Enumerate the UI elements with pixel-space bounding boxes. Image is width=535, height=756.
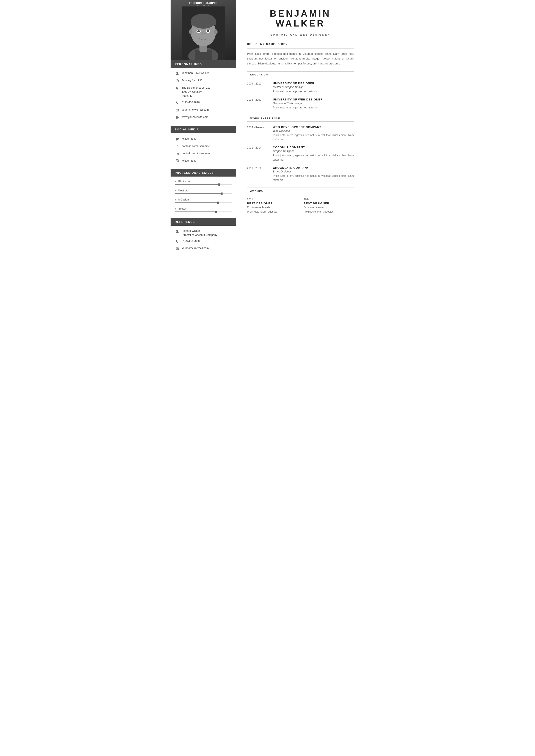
- work-header: WORK EXPERIENCE: [247, 115, 354, 122]
- greeting: HELLO. MY NAME IS BEN.: [247, 43, 354, 46]
- full-name: Jonathan Dave Walker: [182, 71, 209, 75]
- skill-plus-icon-3: +: [175, 198, 177, 201]
- phone-icon: [175, 100, 180, 105]
- name-divider: [294, 31, 307, 31]
- work-entry-1: 2014 - Present WEB DEVELOPMENT COMPANY W…: [247, 125, 354, 141]
- education-entry-1: 2009 - 2010 UNIVERSITY OF DESIGNER Maste…: [247, 82, 354, 94]
- instagram-icon: [175, 158, 180, 163]
- award-title-2: BEST DESIGNER: [304, 202, 354, 205]
- skill-indesign: + InDesign: [175, 198, 232, 203]
- skill-bar-illustrator: [175, 193, 232, 194]
- ref-title: Director at Coconut Company: [182, 233, 217, 236]
- website: www.yourwebsite.com: [182, 115, 209, 119]
- awards-header: AWARDS: [247, 188, 354, 194]
- svg-point-20: [177, 160, 178, 161]
- skill-photoshop: + Photoshop: [175, 180, 232, 185]
- ref-phone: 0123 456 7890: [182, 239, 200, 243]
- svg-point-22: [176, 230, 178, 231]
- work-desc-1: Proin justo lorem, egestas nec netus in,…: [273, 133, 354, 141]
- reference-header: REFERENCE: [171, 218, 236, 226]
- award-source-1: Ecommerce Awards: [247, 206, 297, 209]
- work-company-1: WEB DEVELOPMENT COMPANY: [273, 125, 354, 129]
- education-entry-2: 2008 - 2009 UNIVERSITY OF WEB DESIGNER B…: [247, 98, 354, 110]
- award-title-1: BEST DESIGNER: [247, 202, 297, 205]
- name-item: Jonathan Dave Walker: [175, 71, 232, 76]
- twitter-handle: @username: [182, 137, 196, 141]
- linkedin-url: portfolio.com/username: [182, 151, 210, 156]
- work-section: WORK EXPERIENCE 2014 - Present WEB DEVEL…: [247, 115, 354, 182]
- calendar-icon: [175, 78, 180, 83]
- skill-plus-icon-4: +: [175, 207, 177, 210]
- edu-institution-2: UNIVERSITY OF WEB DESIGNER: [273, 98, 354, 101]
- phone-item: 0123 456 7890: [175, 100, 232, 105]
- skill-name-photoshop: Photoshop: [178, 180, 191, 183]
- first-name: BENJAMIN: [247, 9, 354, 18]
- intro-section: HELLO. MY NAME IS BEN. Proin justo lorem…: [247, 43, 354, 66]
- main-content: BENJAMIN WALKER GRAPHIC AND WEB DESIGNER…: [236, 0, 365, 256]
- main-header: BENJAMIN WALKER GRAPHIC AND WEB DESIGNER: [247, 9, 354, 36]
- ref-email: yourname@email.com: [182, 246, 209, 250]
- work-company-3: CHOCOLATE COMPANY: [273, 166, 354, 170]
- edu-degree-2: Bachelor of Web Design: [273, 102, 354, 105]
- edu-years-1: 2009 - 2010: [247, 82, 273, 94]
- award-col-2: 2014 BEST DESIGNER Ecommerce Awards Proi…: [304, 198, 354, 214]
- svg-rect-6: [191, 21, 216, 25]
- job-title: GRAPHIC AND WEB DESIGNER: [247, 33, 354, 36]
- award-desc-1: Proin justo lorem, egestas: [247, 210, 297, 214]
- svg-point-18: [176, 152, 176, 153]
- birthday-item: January 1st 1993: [175, 78, 232, 83]
- reference-content: Richard Walker Director at Coconut Compa…: [171, 226, 236, 256]
- awards-section: AWARDS 2011 BEST DESIGNER Ecommerce Awar…: [247, 188, 354, 214]
- skills-header: PROFESSIONAL SKILLS: [171, 169, 236, 176]
- sidebar: FREEDOWNLOADPSD PRESENT: [171, 0, 236, 256]
- email: yourname@email.com: [182, 108, 209, 112]
- ref-name: Richard Walker: [182, 230, 200, 232]
- skill-name-illustrator: Illustrator: [178, 189, 189, 192]
- work-desc-2: Proin justo lorem, egestas nec netus in,…: [273, 153, 354, 162]
- skill-illustrator: + Illustrator: [175, 189, 232, 194]
- globe-icon: [175, 115, 180, 120]
- skill-bar-sketch: [175, 211, 232, 212]
- personal-info-header: PERSONAL INFO: [171, 60, 236, 68]
- ref-name-item: Richard Walker Director at Coconut Compa…: [175, 229, 232, 237]
- facebook-icon: [175, 144, 180, 148]
- website-item: www.yourwebsite.com: [175, 115, 232, 120]
- skill-marker-photoshop: [218, 183, 220, 186]
- svg-point-13: [176, 72, 178, 74]
- edu-details-2: UNIVERSITY OF WEB DESIGNER Bachelor of W…: [273, 98, 354, 110]
- facebook-item: portfolio.com/username: [175, 144, 232, 148]
- edu-institution-1: UNIVERSITY OF DESIGNER: [273, 82, 354, 85]
- svg-point-9: [197, 30, 200, 32]
- skill-name-indesign: InDesign: [178, 198, 189, 201]
- skill-bar-indesign: [175, 202, 232, 203]
- skill-marker-illustrator: [221, 193, 223, 195]
- work-details-1: WEB DEVELOPMENT COMPANY Web-Designer Pro…: [273, 125, 354, 141]
- address: The Designer street 1stTXS UK.CountrySta…: [182, 86, 210, 98]
- photo-placeholder: [171, 0, 236, 60]
- photo-area: FREEDOWNLOADPSD PRESENT: [171, 0, 236, 60]
- education-header: EDUCATION: [247, 71, 354, 78]
- location-icon: [175, 86, 180, 91]
- work-years-3: 2010 - 2011: [247, 166, 273, 182]
- edu-years-2: 2008 - 2009: [247, 98, 273, 110]
- skill-fill-sketch: [175, 211, 216, 212]
- work-entry-3: 2010 - 2011 CHOCOLATE COMPANY Brand Drsi…: [247, 166, 354, 182]
- skill-plus-icon: +: [175, 180, 177, 183]
- skill-sketch: + Sketch: [175, 207, 232, 212]
- twitter-item: @username: [175, 136, 232, 141]
- personal-info-content: Jonathan Dave Walker January 1st 1993 Th…: [171, 68, 236, 126]
- work-details-3: CHOCOLATE COMPANY Brand Drsigner Proin j…: [273, 166, 354, 182]
- ref-person-icon: [175, 229, 180, 234]
- work-role-3: Brand Drsigner: [273, 170, 354, 173]
- award-col-1: 2011 BEST DESIGNER Ecommerce Awards Proi…: [247, 198, 297, 214]
- svg-point-12: [214, 29, 217, 35]
- edu-degree-1: Master of Graphic Design: [273, 86, 354, 89]
- phone: 0123 456 7890: [182, 100, 200, 105]
- person-icon: [175, 71, 180, 76]
- logo-present: PRESENT: [189, 4, 218, 7]
- last-name: WALKER: [247, 18, 354, 28]
- work-details-2: COCONUT COMPANY Graphic Designer Proin j…: [273, 146, 354, 162]
- award-year-2: 2014: [304, 198, 354, 201]
- svg-point-10: [207, 30, 210, 32]
- award-desc-2: Proin justo lorem, egestas: [304, 210, 354, 214]
